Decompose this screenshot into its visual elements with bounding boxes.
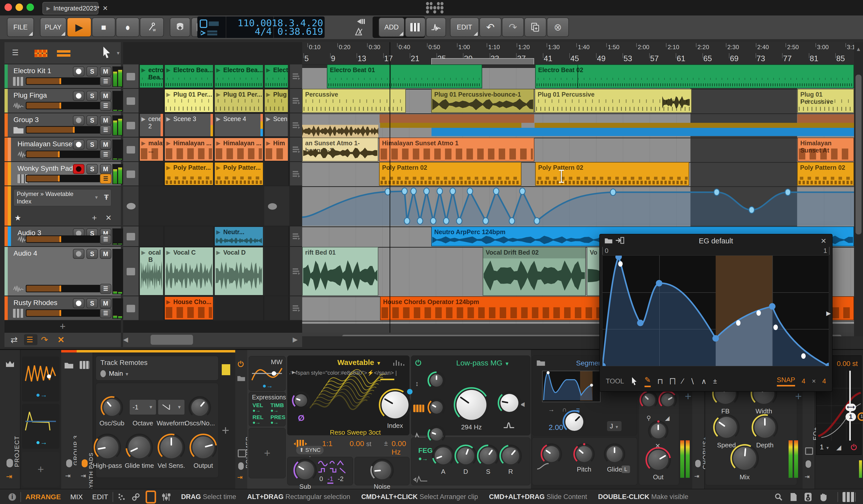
osc-detune-value[interactable]: 0.00 Hz [391, 439, 409, 456]
device-knob[interactable] [295, 394, 307, 407]
glide-time-knob[interactable] [128, 436, 150, 458]
stop-clip-icon[interactable] [127, 73, 135, 80]
launcher-clip[interactable]: ▶Poly Patter... [214, 162, 263, 186]
lane-view-icon[interactable] [57, 50, 71, 56]
tempo-display[interactable]: 110.00 4/4 [226, 16, 273, 38]
save-preset-icon[interactable] [615, 237, 624, 244]
add-modulator-panel[interactable]: + [249, 428, 286, 478]
arranger-clip[interactable]: an Sunset Atmo 1-bounce-1 [302, 138, 378, 162]
a-knob[interactable] [435, 448, 452, 464]
launcher-clip[interactable]: ▶Plug 01 Per... [214, 89, 263, 113]
mute-button[interactable]: M [100, 115, 111, 125]
automation-param-selector[interactable]: Polymer » WavetableIndex▼Ŧ [13, 189, 111, 206]
keyboard-panel-icon[interactable] [842, 492, 855, 502]
empty-clip-slot[interactable] [264, 247, 289, 295]
launcher-scrollbar[interactable]: ◀▶ [123, 333, 302, 347]
time-signature[interactable]: 4/4 [255, 26, 272, 37]
high-pass-knob[interactable] [96, 436, 118, 458]
add-track-row[interactable] [123, 321, 302, 333]
clip-stop-cell[interactable] [123, 89, 139, 113]
segments-rate-value[interactable]: 2.00 [549, 423, 563, 432]
mute-button[interactable]: M [100, 140, 111, 150]
eq-band-handle[interactable]: 1 [846, 413, 856, 421]
folder-icon[interactable] [604, 237, 613, 244]
volume-slider[interactable] [26, 151, 101, 158]
launcher-clip[interactable]: ▶Vocal C [164, 247, 213, 295]
mouse-icon[interactable] [66, 459, 72, 467]
snap-grid-b[interactable]: 4 [822, 377, 826, 385]
solo-button[interactable]: S [86, 115, 98, 125]
group-3-rail[interactable]: GROUP 3⇥ [61, 350, 77, 490]
track-header-group-3[interactable]: Group 3SM☰ [4, 113, 121, 138]
solo-button[interactable]: S [86, 298, 98, 308]
track-header-audio-3[interactable]: Audio 3SM☰ [4, 226, 121, 247]
preset-box-icon[interactable] [238, 449, 246, 457]
route-icon[interactable]: ⇥ [65, 472, 71, 480]
track-header-wonky-synth-pads[interactable]: Wonky Synth PadsSM☰ [4, 162, 121, 186]
clip-stop-cell[interactable] [123, 247, 139, 295]
clip-play-icon[interactable]: ▶ [141, 249, 146, 256]
depth-knob[interactable] [754, 417, 775, 438]
d-knob[interactable] [457, 448, 474, 464]
vel-sens--knob[interactable] [160, 436, 182, 458]
expressions-panel[interactable]: ExpressionsVEL●→TIMB●→REL●→PRES●→ [249, 392, 286, 426]
clip-stop-cell[interactable] [123, 138, 139, 161]
pointer-tool-icon[interactable] [630, 377, 638, 386]
launcher-clip[interactable]: ▶Himalayan ... [214, 138, 263, 161]
mouse-icon[interactable] [238, 462, 244, 470]
step2-tool-icon[interactable]: ⨅ [670, 377, 676, 386]
modulator-thumb-lfo[interactable]: ●→ [22, 356, 60, 401]
clip-play-icon[interactable]: ▶ [216, 67, 221, 73]
launcher-clip[interactable]: ▶Him [264, 138, 288, 161]
close-traffic-light[interactable] [4, 3, 12, 11]
solo-button[interactable]: S [86, 140, 98, 150]
clip-stop-cell[interactable] [123, 162, 139, 186]
arranger-clip[interactable]: Plug 01 Percussive [535, 89, 692, 113]
stop-button[interactable]: ■ [92, 17, 115, 37]
add-automation-lane-icon[interactable]: + [92, 213, 97, 223]
mouse-icon[interactable] [695, 460, 701, 467]
mouse-icon[interactable] [805, 460, 811, 468]
add-audio-track-button[interactable] [426, 17, 446, 37]
volume-slider[interactable] [26, 126, 101, 134]
modulator-thumb-envelope[interactable]: ●→ [22, 404, 60, 449]
edit-button[interactable]: EDIT [450, 17, 479, 37]
device-knob[interactable] [543, 446, 559, 462]
wavetable-preset-name[interactable]: Reso Sweep 3oct [330, 429, 381, 436]
ramp-up-tool-icon[interactable]: ∕ [682, 377, 684, 386]
loop-region[interactable] [431, 58, 534, 65]
launcher-clip[interactable]: ▶House Cho... [164, 296, 213, 320]
seg-icon-end[interactable]: → [548, 406, 554, 413]
group-scene-clip[interactable]: ▶Scen [264, 113, 288, 137]
automation-lane-header[interactable]: Polymer » WavetableIndex▼Ŧ★+✕ [4, 186, 121, 226]
arranger-clip[interactable]: Electro Beat 02 [535, 64, 854, 88]
scroll-up-icon[interactable]: ▲ [856, 46, 861, 52]
clip-play-icon[interactable]: ▶ [166, 91, 171, 98]
pitch-knob[interactable] [576, 446, 592, 462]
arranger-clip[interactable]: Poly Pattern 02 [535, 162, 689, 186]
sub-octave--2[interactable]: -2 [338, 475, 343, 482]
launcher-clip[interactable]: ▶ocal B [139, 247, 164, 295]
route-icon[interactable]: ⇥ [81, 472, 86, 480]
device-knob[interactable] [661, 393, 674, 406]
route-icon[interactable]: ⇥ [237, 474, 243, 481]
record-arm-button[interactable] [73, 249, 84, 259]
pencil-tool-icon[interactable]: ✎ [645, 376, 651, 387]
tab-close-icon[interactable]: ✕ [102, 4, 108, 12]
launcher-clip[interactable]: ▶ectro Bea... [139, 64, 164, 88]
undo-button[interactable]: ↶ [479, 17, 501, 37]
snap-toggle[interactable]: SNAP [777, 376, 795, 387]
empty-clip-slot[interactable] [214, 296, 264, 320]
step-tool-icon[interactable]: ⊓ [657, 377, 663, 386]
automation-follow-icon[interactable]: ★ [14, 213, 21, 222]
mix-knob[interactable] [733, 447, 756, 470]
eq-listen-icon[interactable]: ◢ [836, 444, 841, 451]
solo-button[interactable]: S [86, 164, 98, 174]
grid-view-icon[interactable] [35, 50, 48, 57]
link-icon[interactable] [132, 493, 140, 501]
ramp-down-tool-icon[interactable]: ∖ [690, 377, 695, 386]
panel-tab-arrange[interactable]: ARRANGE [25, 493, 61, 501]
device-knob[interactable] [430, 401, 443, 414]
stop-clip-icon[interactable] [127, 97, 135, 105]
device-knob[interactable] [565, 413, 583, 431]
